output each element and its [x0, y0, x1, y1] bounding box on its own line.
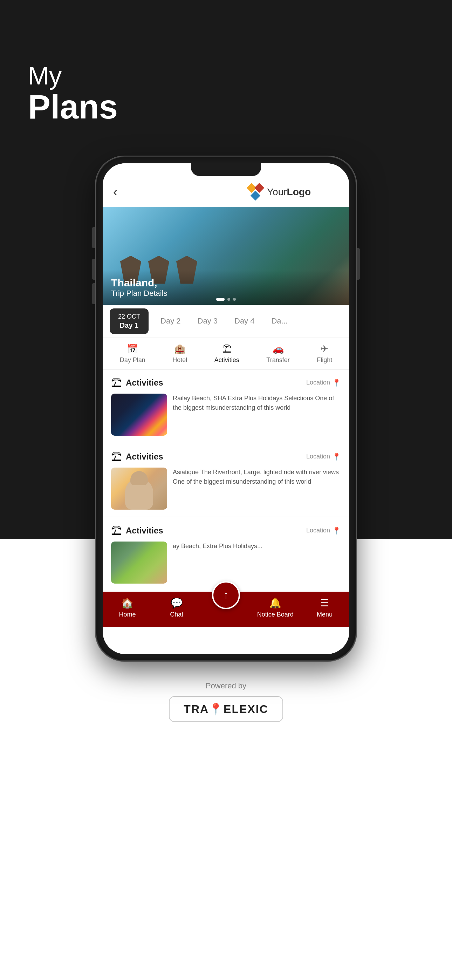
phone-wrapper: ‹ YourLogo [0, 157, 452, 660]
day-plan-label: Day Plan [120, 356, 145, 364]
bottom-nav: ↑ 🏠 Home 💬 Chat · [103, 592, 349, 627]
card-2-desc: Asiatique The Riverfront, Large, lighted… [173, 468, 341, 510]
app-content: ‹ YourLogo [103, 163, 349, 654]
card-2-location-label: Location [306, 453, 330, 460]
phone-notch [191, 163, 261, 176]
card-2-title-area: ⛱ Activities [111, 451, 163, 463]
activity-card-3: ⛱ Activities Location 📍 ay Beach, Extra … [103, 518, 349, 591]
card-3-desc: ay Beach, Extra Plus Holidays... [173, 541, 341, 584]
flight-label: Flight [317, 356, 332, 364]
hero-subtitle: Trip Plan Details [111, 289, 341, 298]
location-pin-2: 📍 [332, 452, 341, 461]
nav-home[interactable]: 🏠 Home [103, 597, 152, 618]
transfer-label: Transfer [266, 356, 290, 364]
nav-chat[interactable]: 💬 Chat [152, 597, 202, 618]
flight-icon: ✈ [321, 344, 328, 354]
card-2-icon: ⛱ [111, 451, 122, 463]
tab-day4[interactable]: Day 4 [226, 310, 263, 332]
my-label: My [28, 63, 452, 88]
phone-frame: ‹ YourLogo [96, 157, 356, 660]
powered-by-label: Powered by [0, 681, 452, 690]
logo-text: YourLogo [267, 186, 311, 198]
card-3-image [111, 541, 167, 584]
card-1-location-label: Location [306, 379, 330, 386]
card-1-location[interactable]: Location 📍 [306, 379, 341, 387]
page-background: My Plans ‹ [0, 0, 452, 980]
card-3-title: Activities [126, 526, 163, 536]
card-2-header: ⛱ Activities Location 📍 [111, 451, 341, 463]
card-1-header: ⛱ Activities Location 📍 [111, 377, 341, 389]
location-pin-3: 📍 [332, 527, 341, 535]
back-button[interactable]: ‹ [113, 185, 118, 199]
hero-title: Thailand, [111, 277, 341, 289]
pin-icon: 📍 [209, 703, 224, 715]
activity-card-1: ⛱ Activities Location 📍 Railay Beach, SH… [103, 370, 349, 443]
tab-day1[interactable]: 22 OCT Day 1 [110, 309, 148, 334]
card-3-body: ay Beach, Extra Plus Holidays... [111, 541, 341, 584]
activity-card-2: ⛱ Activities Location 📍 [103, 444, 349, 517]
card-2-body: Asiatique The Riverfront, Large, lighted… [111, 468, 341, 510]
card-3-icon: ⛱ [111, 525, 122, 537]
card-2-location[interactable]: Location 📍 [306, 452, 341, 461]
powered-by-section: Powered by TRA📍ELEXIC [0, 681, 452, 750]
cat-hotel[interactable]: 🏨 Hotel [172, 344, 187, 364]
page-header: My Plans [0, 0, 452, 146]
card-2-image [111, 468, 167, 510]
fab-icon: ↑ [223, 589, 229, 601]
plans-label: Plans [28, 88, 452, 126]
elephant-body [125, 478, 153, 510]
cat-day-plan[interactable]: 📅 Day Plan [120, 344, 145, 364]
travelexic-text: TRA📍ELEXIC [184, 703, 268, 715]
notice-board-label: Notice Board [257, 611, 294, 618]
dot-1 [216, 298, 224, 301]
nav-menu[interactable]: ☰ Menu [300, 597, 349, 618]
tab-day3[interactable]: Day 3 [189, 310, 226, 332]
tab-day5[interactable]: Da... [263, 310, 296, 332]
logo-icon [248, 185, 264, 200]
card-1-body: Railay Beach, SHA Extra Plus Holidays Se… [111, 394, 341, 436]
nav-notice-board[interactable]: 🔔 Notice Board [250, 597, 300, 618]
chat-icon: 💬 [170, 597, 183, 609]
activities-icon: ⛱ [222, 344, 231, 354]
transfer-icon: 🚗 [272, 344, 284, 354]
card-1-icon: ⛱ [111, 377, 122, 389]
chat-label: Chat [170, 611, 183, 618]
location-pin-1: 📍 [332, 379, 341, 387]
menu-label: Menu [317, 611, 333, 618]
menu-icon: ☰ [320, 597, 329, 609]
category-tabs: 📅 Day Plan 🏨 Hotel ⛱ Activities 🚗 [103, 338, 349, 370]
phone-screen: ‹ YourLogo [103, 163, 349, 654]
hero-image: Thailand, Trip Plan Details [103, 207, 349, 305]
card-1-title-area: ⛱ Activities [111, 377, 163, 389]
card-3-title-area: ⛱ Activities [111, 525, 163, 537]
dot-2 [228, 298, 230, 301]
elephant-head [131, 471, 148, 485]
home-label: Home [119, 611, 135, 618]
card-3-location-label: Location [306, 527, 330, 534]
fab-button[interactable]: ↑ [212, 581, 240, 609]
notice-board-icon: 🔔 [269, 597, 282, 609]
card-3-header: ⛱ Activities Location 📍 [111, 525, 341, 537]
card-1-image [111, 394, 167, 436]
card-3-location[interactable]: Location 📍 [306, 527, 341, 535]
day-plan-icon: 📅 [127, 344, 138, 354]
travelexic-logo: TRA📍ELEXIC [169, 696, 283, 722]
hotel-label: Hotel [172, 356, 187, 364]
activities-label: Activities [215, 356, 239, 364]
cat-flight[interactable]: ✈ Flight [317, 344, 332, 364]
card-1-desc: Railay Beach, SHA Extra Plus Holidays Se… [173, 394, 341, 436]
hero-dots [216, 298, 236, 301]
cat-transfer[interactable]: 🚗 Transfer [266, 344, 290, 364]
dot-3 [233, 298, 236, 301]
logo-area: YourLogo [248, 185, 311, 200]
cat-activities[interactable]: ⛱ Activities [215, 344, 239, 364]
card-2-title: Activities [126, 452, 163, 461]
home-icon: 🏠 [121, 597, 134, 609]
card-1-title: Activities [126, 378, 163, 388]
hotel-icon: 🏨 [174, 344, 185, 354]
day-tabs: 22 OCT Day 1 Day 2 Day 3 Day 4 Da... [103, 305, 349, 338]
tab-day2[interactable]: Day 2 [152, 310, 189, 332]
